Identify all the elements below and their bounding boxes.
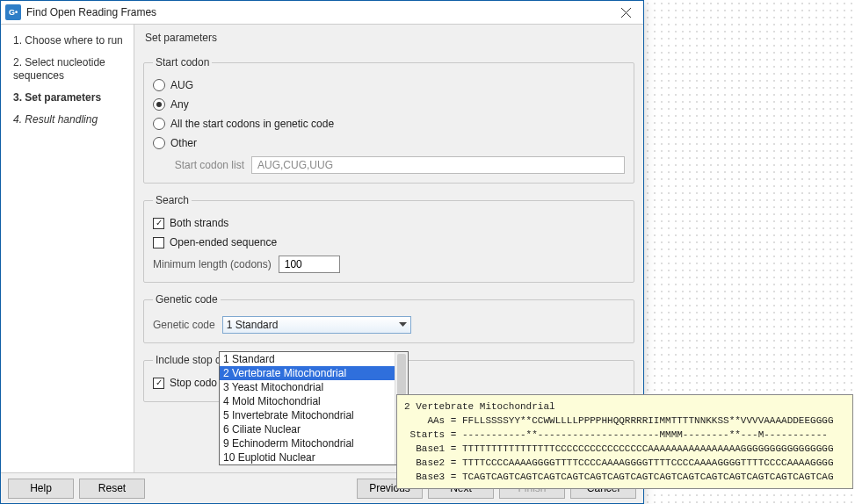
- dropdown-option[interactable]: 9 Echinoderm Mitochondrial: [220, 436, 408, 450]
- sidebar-step-label: 3. Set parameters: [13, 91, 101, 104]
- search-legend: Search: [153, 194, 192, 206]
- radio-other[interactable]: Other: [153, 133, 625, 153]
- app-icon: G•: [5, 4, 21, 20]
- min-length-input[interactable]: [279, 256, 340, 273]
- titlebar: G• Find Open Reading Frames: [1, 1, 643, 25]
- checkbox-both-strands[interactable]: ✓ Both strands: [153, 213, 625, 233]
- radio-all-start[interactable]: All the start codons in genetic code: [153, 114, 625, 133]
- dropdown-option[interactable]: 6 Ciliate Nuclear: [220, 422, 408, 436]
- panel-title: Set parameters: [145, 32, 634, 44]
- dropdown-option[interactable]: 10 Euplotid Nuclear: [220, 450, 408, 464]
- radio-icon: [153, 137, 165, 149]
- radio-label: All the start codons in genetic code: [170, 114, 334, 133]
- genetic-code-legend: Genetic code: [153, 293, 221, 306]
- sidebar-step-3[interactable]: 3. Set parameters: [1, 87, 134, 109]
- wizard-sidebar: 1. Choose where to run 2. Select nucleot…: [1, 25, 134, 472]
- checkbox-label: Both strands: [170, 213, 228, 233]
- sidebar-step-label: 4. Result handling: [13, 113, 98, 126]
- sidebar-step-2[interactable]: 2. Select nucleotide sequences: [1, 52, 134, 87]
- radio-icon: [153, 118, 165, 130]
- chevron-down-icon: [399, 322, 407, 328]
- start-codon-group: Start codon AUG Any All the start codons…: [143, 56, 634, 184]
- start-codon-list-input: AUG,CUG,UUG: [251, 156, 625, 174]
- window-title: Find Open Reading Frames: [26, 6, 608, 18]
- genetic-code-tooltip: 2 Vertebrate Mitochondrial AAs = FFLLSSS…: [396, 394, 853, 489]
- start-codon-list-label: Start codon list: [169, 159, 244, 171]
- radio-label: AUG: [170, 76, 193, 95]
- close-icon[interactable]: [608, 1, 643, 25]
- dropdown-option[interactable]: 1 Standard: [220, 352, 408, 366]
- search-group: Search ✓ Both strands Open-ended sequenc…: [143, 194, 634, 283]
- checkbox-open-ended[interactable]: Open-ended sequence: [153, 233, 625, 252]
- radio-icon: [153, 98, 165, 111]
- sidebar-step-4[interactable]: 4. Result handling: [1, 109, 134, 131]
- radio-icon: [153, 79, 165, 91]
- sidebar-step-label: 2. Select nucleotide sequences: [13, 56, 105, 82]
- radio-label: Any: [170, 95, 189, 114]
- radio-label: Other: [170, 133, 197, 153]
- reset-button[interactable]: Reset: [79, 479, 145, 499]
- include-stop-legend: Include stop co: [153, 354, 229, 366]
- checkbox-icon: ✓: [153, 378, 164, 389]
- genetic-code-dropdown[interactable]: 1 Standard 2 Vertebrate Mitochondrial 3 …: [219, 351, 409, 465]
- genetic-code-combobox[interactable]: 1 Standard: [222, 316, 411, 334]
- help-button[interactable]: Help: [8, 479, 74, 499]
- sidebar-step-label: 1. Choose where to run: [13, 34, 123, 47]
- checkbox-label: Stop codo: [170, 373, 217, 392]
- dropdown-option[interactable]: 5 Invertebrate Mitochondrial: [220, 408, 408, 422]
- min-length-label: Minimum length (codons): [153, 258, 272, 270]
- dropdown-option[interactable]: 2 Vertebrate Mitochondrial: [220, 366, 408, 380]
- checkbox-icon: ✓: [153, 218, 164, 229]
- dropdown-option[interactable]: 4 Mold Mitochondrial: [220, 394, 408, 408]
- scroll-thumb[interactable]: [397, 354, 406, 400]
- start-codon-legend: Start codon: [153, 56, 212, 68]
- radio-aug[interactable]: AUG: [153, 76, 625, 95]
- dropdown-option[interactable]: 3 Yeast Mitochondrial: [220, 380, 408, 394]
- checkbox-label: Open-ended sequence: [170, 233, 277, 252]
- sidebar-step-1[interactable]: 1. Choose where to run: [1, 30, 134, 52]
- combobox-value: 1 Standard: [227, 319, 279, 331]
- genetic-code-group: Genetic code Genetic code 1 Standard: [143, 293, 634, 343]
- radio-any[interactable]: Any: [153, 95, 625, 114]
- genetic-code-label: Genetic code: [153, 319, 215, 331]
- checkbox-icon: [153, 237, 164, 248]
